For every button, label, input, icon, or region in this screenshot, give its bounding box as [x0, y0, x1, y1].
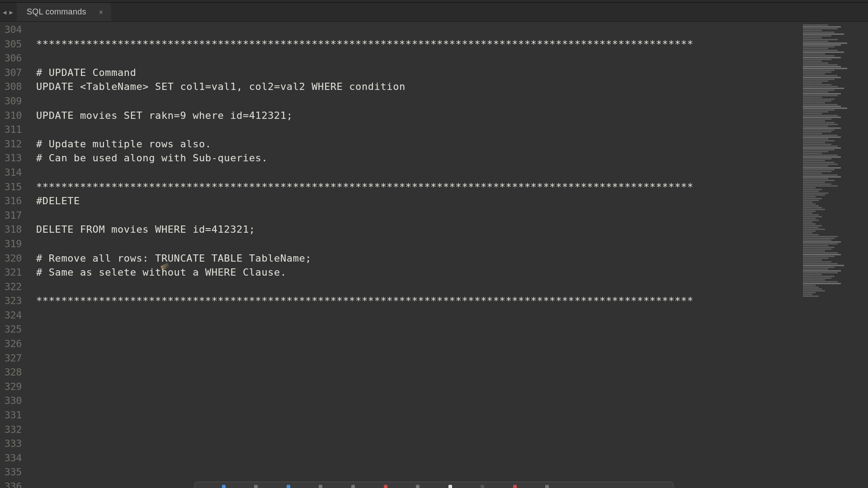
minimap-line	[803, 106, 866, 107]
dock-app-icon[interactable]	[319, 485, 322, 488]
minimap-line	[803, 281, 866, 282]
minimap-line	[803, 232, 866, 234]
dock-app-icon[interactable]	[384, 485, 387, 488]
code-line[interactable]: # Can be used along with Sub-queries.	[36, 151, 801, 165]
code-line[interactable]	[36, 165, 801, 180]
code-line[interactable]: UPDATE movies SET rakn=9 where id=412321…	[36, 108, 801, 123]
nav-back-icon[interactable]: ◀	[2, 8, 7, 17]
minimap-line	[803, 120, 866, 122]
code-line[interactable]	[36, 365, 801, 380]
code-line[interactable]	[36, 380, 801, 394]
minimap-line	[803, 57, 866, 58]
line-number-gutter: 3043053063073083093103113123133143153163…	[0, 22, 25, 488]
code-line[interactable]	[36, 337, 801, 351]
code-line[interactable]	[36, 280, 801, 294]
minimap-line	[803, 44, 866, 46]
close-icon[interactable]: ×	[99, 8, 103, 16]
code-line[interactable]: # Remove all rows: TRUNCATE TABLE TableN…	[36, 251, 801, 266]
code-line[interactable]	[36, 308, 801, 323]
minimap-line	[803, 41, 866, 42]
minimap[interactable]	[801, 22, 868, 488]
code-line[interactable]	[36, 465, 801, 479]
minimap-line	[803, 283, 866, 284]
code-line[interactable]: #DELETE	[36, 194, 801, 208]
code-line[interactable]	[36, 408, 801, 422]
minimap-line	[803, 167, 866, 169]
os-dock[interactable]	[194, 482, 674, 488]
minimap-line	[803, 153, 866, 154]
dock-app-icon[interactable]	[254, 485, 258, 488]
minimap-line	[803, 256, 866, 257]
minimap-line	[803, 138, 866, 140]
line-number: 312	[0, 137, 25, 151]
dock-app-icon[interactable]	[416, 485, 420, 488]
minimap-line	[803, 292, 866, 293]
line-number: 308	[0, 80, 25, 94]
code-line[interactable]: ****************************************…	[36, 294, 801, 308]
dock-app-icon[interactable]	[642, 485, 646, 488]
minimap-line	[803, 71, 866, 73]
dock-app-icon[interactable]	[351, 485, 355, 488]
code-line[interactable]	[36, 394, 801, 408]
minimap-line	[803, 73, 866, 75]
line-number: 306	[0, 51, 25, 66]
minimap-line	[803, 245, 866, 246]
dock-app-icon[interactable]	[513, 485, 517, 488]
minimap-line	[803, 229, 866, 230]
minimap-line	[803, 191, 866, 192]
minimap-line	[803, 286, 866, 288]
line-number: 304	[0, 23, 25, 37]
code-line[interactable]: # UPDATE Command	[36, 66, 801, 80]
line-number: 324	[0, 308, 25, 323]
code-line[interactable]: ****************************************…	[36, 37, 801, 52]
code-line[interactable]	[36, 237, 801, 251]
tab-sql-commands[interactable]: SQL commands ×	[17, 3, 111, 21]
line-number: 334	[0, 451, 25, 465]
minimap-line	[803, 189, 866, 190]
minimap-line	[803, 102, 866, 103]
minimap-line	[803, 221, 866, 223]
dock-app-icon[interactable]	[222, 485, 226, 488]
code-line[interactable]	[36, 322, 801, 337]
minimap-line	[803, 127, 866, 129]
minimap-line	[803, 156, 866, 158]
minimap-line	[803, 243, 866, 244]
minimap-line	[803, 267, 866, 268]
code-content[interactable]: ****************************************…	[25, 22, 801, 488]
line-number: 336	[0, 479, 25, 488]
minimap-line	[803, 192, 866, 194]
code-line[interactable]	[36, 51, 801, 66]
dock-app-icon[interactable]	[287, 485, 290, 488]
dock-app-icon[interactable]	[610, 485, 614, 488]
code-line[interactable]: # Same as selete without a WHERE Clause.	[36, 265, 801, 280]
minimap-line	[803, 95, 866, 96]
code-line[interactable]	[36, 351, 801, 366]
dock-app-icon[interactable]	[578, 485, 581, 488]
code-line[interactable]	[36, 436, 801, 451]
minimap-line	[803, 55, 866, 56]
nav-forward-icon[interactable]: ▶	[8, 8, 14, 17]
code-line[interactable]	[36, 451, 801, 465]
line-number: 316	[0, 194, 25, 208]
dock-app-icon[interactable]	[545, 485, 549, 488]
minimap-line	[803, 89, 866, 91]
code-line[interactable]	[36, 122, 801, 137]
minimap-line	[803, 296, 866, 297]
dock-app-icon[interactable]	[481, 485, 484, 488]
code-line[interactable]	[36, 94, 801, 108]
code-line[interactable]: # Update multiple rows also.	[36, 137, 801, 151]
code-line[interactable]: UPDATE <TableName> SET col1=val1, col2=v…	[36, 80, 801, 94]
line-number: 332	[0, 422, 25, 437]
minimap-line	[803, 214, 866, 216]
code-line[interactable]	[36, 422, 801, 437]
minimap-line	[803, 227, 866, 228]
minimap-line	[803, 100, 866, 102]
code-line[interactable]: DELETE FROM movies WHERE id=412321;	[36, 222, 801, 237]
code-line[interactable]	[36, 208, 801, 223]
minimap-line	[803, 88, 866, 89]
code-line[interactable]: ****************************************…	[36, 180, 801, 194]
code-line[interactable]	[36, 23, 801, 37]
minimap-line	[803, 26, 866, 28]
minimap-line	[803, 99, 866, 100]
dock-app-icon[interactable]	[448, 485, 452, 488]
